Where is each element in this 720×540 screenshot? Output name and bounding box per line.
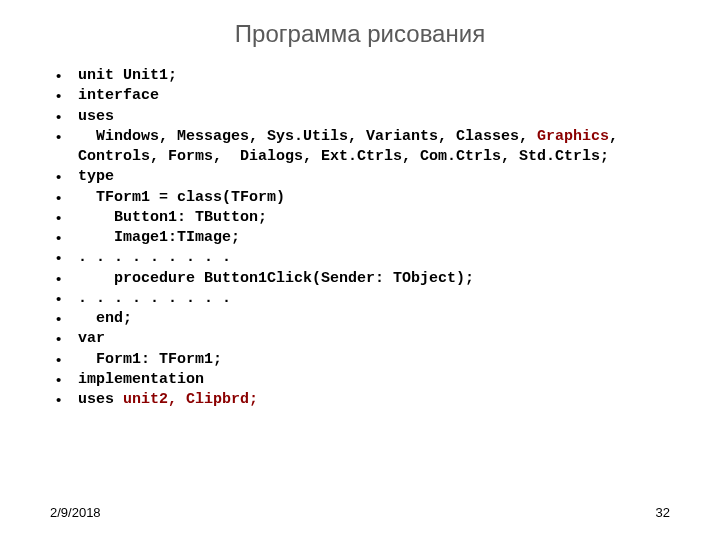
code-text: Image1:TImage; (78, 228, 670, 248)
highlighted-text: Graphics (537, 128, 609, 145)
code-text: interface (78, 86, 670, 106)
code-line: •. . . . . . . . . (50, 248, 670, 268)
slide-title: Программа рисования (50, 20, 670, 48)
code-line: •implementation (50, 370, 670, 390)
slide-footer: 2/9/2018 32 (50, 505, 670, 520)
code-text: Form1: TForm1; (78, 350, 670, 370)
code-line: •. . . . . . . . . (50, 289, 670, 309)
code-text: uses (78, 107, 670, 127)
bullet-icon: • (50, 107, 78, 127)
bullet-icon: • (50, 329, 78, 349)
code-text: . . . . . . . . . (78, 289, 670, 309)
footer-page: 32 (656, 505, 670, 520)
bullet-icon: • (50, 289, 78, 309)
bullet-icon: • (50, 127, 78, 147)
code-line: •type (50, 167, 670, 187)
bullet-icon: • (50, 167, 78, 187)
bullet-icon: • (50, 309, 78, 329)
bullet-icon: • (50, 66, 78, 86)
bullet-icon: • (50, 228, 78, 248)
code-line: • Button1: TButton; (50, 208, 670, 228)
code-line: •uses unit2, Clipbrd; (50, 390, 670, 410)
code-line: •unit Unit1; (50, 66, 670, 86)
code-line: •var (50, 329, 670, 349)
bullet-icon: • (50, 350, 78, 370)
bullet-icon: • (50, 269, 78, 289)
code-line: • TForm1 = class(TForm) (50, 188, 670, 208)
code-text: var (78, 329, 670, 349)
highlighted-text: unit2, Clipbrd; (123, 391, 258, 408)
bullet-icon: • (50, 248, 78, 268)
bullet-icon: • (50, 390, 78, 410)
code-line: • Windows, Messages, Sys.Utils, Variants… (50, 127, 670, 168)
code-line: •interface (50, 86, 670, 106)
code-line: •uses (50, 107, 670, 127)
bullet-icon: • (50, 370, 78, 390)
code-text: TForm1 = class(TForm) (78, 188, 670, 208)
bullet-icon: • (50, 86, 78, 106)
code-line: • Form1: TForm1; (50, 350, 670, 370)
code-text: . . . . . . . . . (78, 248, 670, 268)
footer-date: 2/9/2018 (50, 505, 101, 520)
code-line: • procedure Button1Click(Sender: TObject… (50, 269, 670, 289)
code-text: type (78, 167, 670, 187)
code-text: procedure Button1Click(Sender: TObject); (78, 269, 670, 289)
code-text: Button1: TButton; (78, 208, 670, 228)
code-content: •unit Unit1;•interface•uses• Windows, Me… (50, 66, 670, 410)
bullet-icon: • (50, 188, 78, 208)
code-text: end; (78, 309, 670, 329)
code-text: Windows, Messages, Sys.Utils, Variants, … (78, 127, 670, 168)
code-line: • end; (50, 309, 670, 329)
code-text: unit Unit1; (78, 66, 670, 86)
code-text: implementation (78, 370, 670, 390)
code-line: • Image1:TImage; (50, 228, 670, 248)
code-text: uses unit2, Clipbrd; (78, 390, 670, 410)
bullet-icon: • (50, 208, 78, 228)
